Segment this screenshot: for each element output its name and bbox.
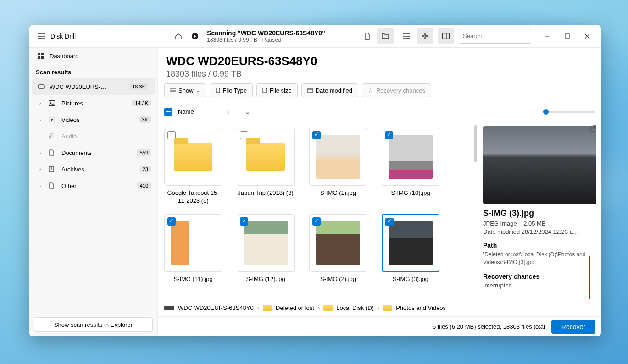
archives-icon — [49, 166, 56, 172]
file-thumbnail[interactable] — [382, 128, 439, 186]
sidebar-item-pictures[interactable]: › Pictures 14.3K — [29, 95, 157, 111]
file-label: S-IMG (11).jpg — [164, 276, 222, 283]
minimize-button[interactable] — [537, 28, 557, 44]
file-checkbox[interactable] — [312, 131, 321, 139]
file-label: S-IMG (10).jpg — [382, 189, 439, 197]
filter-show-button[interactable]: Show ⌄ — [164, 83, 206, 97]
file-label: Google Takeout 15-11-2023 (5) — [164, 189, 222, 205]
sidebar-item-documents[interactable]: › Documents 559 — [29, 144, 157, 161]
file-checkbox[interactable] — [312, 217, 321, 226]
filter-datemodified-button[interactable]: Date modified — [301, 83, 358, 97]
file-thumbnail[interactable] — [237, 214, 295, 272]
menu-icon[interactable] — [33, 28, 50, 44]
file-card[interactable]: S-IMG (12).jpg — [237, 214, 295, 283]
svg-rect-15 — [38, 85, 44, 88]
file-icon — [216, 88, 220, 93]
column-name[interactable]: Name — [178, 108, 194, 115]
file-checkbox[interactable] — [240, 217, 248, 226]
sidebar-item-audio[interactable]: Audio — [29, 128, 157, 144]
close-button[interactable] — [577, 28, 597, 44]
file-thumbnail[interactable] — [309, 128, 367, 186]
file-card[interactable]: S-IMG (1).jpg — [309, 128, 367, 205]
file-card[interactable]: Google Takeout 15-11-2023 (5) — [164, 128, 222, 205]
file-icon — [262, 88, 267, 93]
breadcrumb-item[interactable]: Deleted or lost — [276, 304, 314, 311]
sidebar: Dashboard Scan results WDC WD20EURS-63S4… — [29, 48, 158, 336]
file-label: S-IMG (2).jpg — [309, 276, 367, 283]
sidebar-item-archives[interactable]: › Archives 23 — [29, 161, 157, 177]
show-in-explorer-button[interactable]: Show scan results in Explorer — [34, 317, 153, 332]
annotation-arrow — [589, 256, 590, 299]
chevron-right-icon: › — [39, 167, 41, 172]
file-checkbox[interactable] — [167, 217, 176, 226]
view-folders-icon[interactable] — [377, 28, 394, 44]
details-filename: S-IMG (3).jpg — [483, 209, 596, 218]
popout-icon[interactable] — [590, 125, 596, 132]
details-path-label: Path — [483, 242, 596, 249]
image-thumbnail — [244, 221, 288, 265]
chevron-down-icon[interactable]: ⌄ — [245, 107, 250, 116]
image-thumbnail — [389, 221, 433, 265]
search-input[interactable] — [459, 29, 531, 44]
details-meta: JPEG Image – 2.05 MB — [483, 220, 596, 227]
sidebar-item-videos[interactable]: › Videos 3K — [29, 111, 157, 128]
toggle-panel-icon[interactable] — [438, 28, 454, 44]
sidebar-item-label: Other — [61, 182, 77, 189]
breadcrumb-item[interactable]: Local Disk (D) — [336, 304, 374, 311]
sidebar-item-other[interactable]: › Other 410 — [29, 177, 157, 194]
count-badge: 23 — [140, 166, 151, 172]
view-list-icon[interactable] — [398, 28, 415, 44]
page-subtitle: 18303 files / 0.99 TB — [166, 69, 593, 79]
filter-recovery-button[interactable]: ☆ Recovery chances — [362, 83, 431, 97]
maximize-button[interactable] — [557, 28, 577, 44]
filter-filesize-button[interactable]: File size — [256, 83, 298, 97]
file-checkbox[interactable] — [385, 131, 393, 139]
file-card[interactable]: S-IMG (3).jpg — [382, 214, 439, 283]
view-grid-icon[interactable] — [417, 28, 433, 44]
details-recovery-label: Recovery chances — [483, 273, 596, 280]
file-thumbnail[interactable] — [164, 214, 222, 272]
sort-arrow-icon[interactable]: ↓ — [227, 109, 230, 115]
chevron-right-icon: › — [378, 304, 379, 311]
chevron-right-icon: › — [39, 101, 41, 106]
file-checkbox[interactable] — [385, 218, 394, 226]
image-thumbnail — [171, 221, 215, 265]
select-all-checkbox[interactable] — [164, 108, 172, 116]
view-files-icon[interactable] — [359, 28, 375, 44]
folder-icon — [323, 305, 333, 311]
file-thumbnail[interactable] — [309, 214, 367, 272]
breadcrumb-item[interactable]: Photos and Videos — [396, 304, 446, 311]
chevron-right-icon: › — [39, 117, 41, 122]
scrollbar[interactable] — [473, 121, 478, 299]
selection-status: 6 files (6.20 MB) selected, 18303 files … — [433, 323, 545, 330]
file-card[interactable]: Japan Trip (2018) (3) — [237, 128, 295, 205]
titlebar: Disk Drill Scanning "WDC WD20EURS-63S48Y… — [29, 25, 601, 48]
details-recovery-value: Interrupted — [483, 282, 596, 289]
file-card[interactable]: S-IMG (11).jpg — [164, 214, 222, 283]
chevron-right-icon: › — [39, 183, 41, 188]
svg-rect-11 — [38, 53, 40, 55]
scan-pause-icon[interactable] — [187, 28, 203, 44]
recover-button[interactable]: Recover — [551, 320, 595, 334]
home-icon[interactable] — [170, 28, 187, 44]
file-thumbnail[interactable] — [164, 128, 222, 186]
details-path: \Deleted or lost\Local Disk (D)\Photos a… — [483, 251, 596, 266]
file-thumbnail[interactable] — [237, 128, 295, 186]
folder-icon — [246, 143, 285, 171]
sidebar-item-dashboard[interactable]: Dashboard — [29, 48, 157, 64]
file-thumbnail[interactable] — [382, 214, 439, 272]
svg-rect-12 — [41, 53, 44, 55]
main-panel: WDC WD20EURS-63S48Y0 18303 files / 0.99 … — [158, 48, 601, 336]
breadcrumb-item[interactable]: WDC WD20EURS-63S48Y0 — [178, 304, 254, 311]
file-card[interactable]: S-IMG (10).jpg — [382, 128, 439, 205]
sidebar-item-label: Videos — [61, 116, 80, 123]
star-icon: ☆ — [368, 87, 373, 94]
sidebar-item-drive[interactable]: WDC WD20EURS-63S4… 18.3K — [32, 78, 155, 95]
thumbnail-size-slider[interactable] — [544, 111, 595, 113]
filter-filetype-button[interactable]: File Type — [210, 83, 253, 97]
scan-status-sub: 18303 files / 0.99 TB - Paused — [207, 37, 359, 43]
search-field[interactable] — [463, 33, 540, 39]
folder-icon — [263, 305, 272, 311]
image-thumbnail — [316, 221, 360, 265]
file-card[interactable]: S-IMG (2).jpg — [309, 214, 367, 283]
